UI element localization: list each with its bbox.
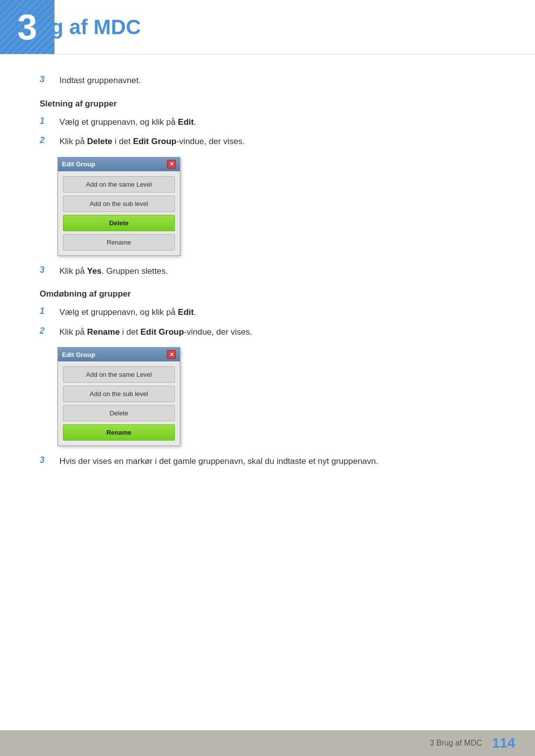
- footer-page-number: 114: [492, 735, 515, 751]
- section1-step2-text: Klik på Delete i det Edit Group-vindue, …: [59, 135, 245, 148]
- dialog2-titlebar: Edit Group ✕: [58, 348, 180, 361]
- dialog1-btn-add-same[interactable]: Add on the same Level: [63, 176, 175, 193]
- section1-step3-number: 3: [40, 265, 57, 275]
- footer-label: 3 Brug af MDC: [429, 739, 482, 748]
- section1-step2-number: 2: [40, 135, 57, 146]
- section2-heading: Omdøbning af grupper: [40, 289, 495, 299]
- section2-step1: 1 Vælg et gruppenavn, og klik på Edit.: [40, 306, 495, 319]
- dialog1-title: Edit Group: [62, 160, 95, 168]
- dialog2-btn-delete[interactable]: Delete: [63, 405, 175, 421]
- section1-step1: 1 Vælg et gruppenavn, og klik på Edit.: [40, 116, 495, 129]
- main-content: 3 Indtast gruppenavnet. Sletning af grup…: [0, 54, 535, 524]
- dialog2-close-button[interactable]: ✕: [167, 350, 176, 359]
- section2-step2: 2 Klik på Rename i det Edit Group-vindue…: [40, 326, 495, 339]
- dialog1-btn-delete[interactable]: Delete: [63, 215, 175, 231]
- section2-step3-number: 3: [40, 455, 57, 465]
- page-header: 3 Brug af MDC: [0, 0, 535, 54]
- page-footer: 3 Brug af MDC 114: [0, 730, 535, 756]
- section1-heading: Sletning af grupper: [40, 99, 495, 109]
- dialog1-btn-rename[interactable]: Rename: [63, 234, 175, 251]
- section2-step1-text: Vælg et gruppenavn, og klik på Edit.: [59, 306, 196, 319]
- section2-step3-text: Hvis der vises en markør i det gamle gru…: [59, 455, 378, 468]
- section2-step1-number: 1: [40, 306, 57, 316]
- dialog2-btn-add-same[interactable]: Add on the same Level: [63, 366, 175, 383]
- section1-step3: 3 Klik på Yes. Gruppen slettes.: [40, 265, 495, 278]
- chapter-number-bg: 3: [0, 0, 54, 54]
- dialog1-container: Edit Group ✕ Add on the same Level Add o…: [57, 157, 495, 256]
- dialog2-title: Edit Group: [62, 351, 95, 358]
- chapter-number: 3: [17, 9, 37, 45]
- section2-step2-number: 2: [40, 326, 57, 336]
- dialog1-btn-add-sub[interactable]: Add on the sub level: [63, 196, 175, 212]
- section1-step2: 2 Klik på Delete i det Edit Group-vindue…: [40, 135, 495, 148]
- dialog2-body: Add on the same Level Add on the sub lev…: [58, 361, 180, 446]
- intro-step3: 3 Indtast gruppenavnet.: [40, 74, 495, 87]
- dialog2-container: Edit Group ✕ Add on the same Level Add o…: [57, 347, 495, 446]
- section1-step1-number: 1: [40, 116, 57, 126]
- intro-step3-number: 3: [40, 74, 57, 85]
- dialog2-btn-rename[interactable]: Rename: [63, 424, 175, 441]
- section2-step3: 3 Hvis der vises en markør i det gamle g…: [40, 455, 495, 468]
- intro-step3-text: Indtast gruppenavnet.: [59, 74, 141, 87]
- section1-step1-text: Vælg et gruppenavn, og klik på Edit.: [59, 116, 196, 129]
- dialog1-titlebar: Edit Group ✕: [58, 157, 180, 171]
- section2-step2-text: Klik på Rename i det Edit Group-vindue, …: [59, 326, 252, 339]
- dialog2-btn-add-sub[interactable]: Add on the sub level: [63, 386, 175, 402]
- dialog1-close-button[interactable]: ✕: [167, 160, 176, 169]
- dialog1: Edit Group ✕ Add on the same Level Add o…: [57, 157, 180, 256]
- section1-step3-text: Klik på Yes. Gruppen slettes.: [59, 265, 168, 278]
- dialog1-body: Add on the same Level Add on the sub lev…: [58, 171, 180, 255]
- dialog2: Edit Group ✕ Add on the same Level Add o…: [57, 347, 180, 446]
